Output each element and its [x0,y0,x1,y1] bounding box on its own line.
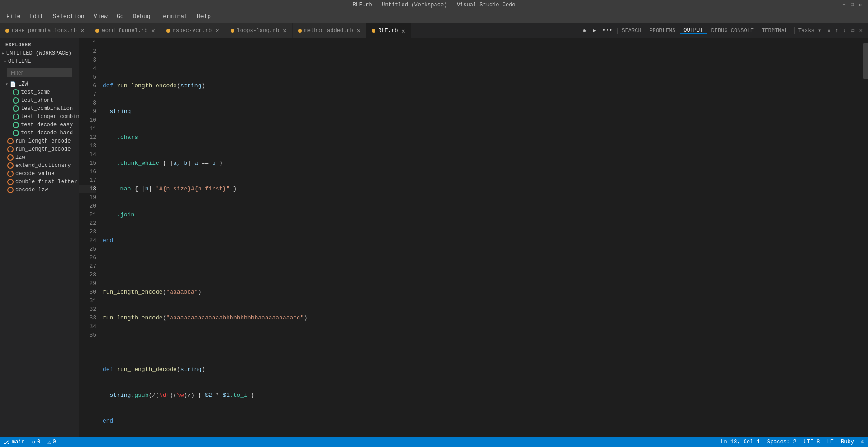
split-editor-btn[interactable]: ⊞ [580,25,589,36]
item-label: decode_value [15,171,54,177]
panel-btn4[interactable]: ⧉ [849,28,857,34]
code-line-14: string.gsub(/(\d+)(\w)/) { $2 * $1.to_i … [103,391,863,399]
sidebar-item-lzw[interactable]: lzw [0,153,79,162]
tab-close[interactable]: ✕ [151,27,155,34]
menu-file[interactable]: File [2,11,25,22]
sidebar-item-run-length-decode[interactable]: run_length_decode [0,145,79,153]
run-btn[interactable]: ▶ [590,25,599,36]
status-spaces[interactable]: Spaces: 2 [767,439,797,445]
workspace-folder[interactable]: ▸ UNTITLED (WORKSPACE) [0,49,79,57]
status-line-ending[interactable]: LF [827,439,834,445]
sidebar-item-test-decode-easy[interactable]: test_decode_easy [0,121,79,129]
code-line-9 [103,262,863,271]
tab-close[interactable]: ✕ [357,27,360,34]
code-line-3: string [103,107,863,116]
tab-close[interactable]: ✕ [283,27,286,34]
sidebar-item-double-first-letter[interactable]: double_first_letter [0,178,79,186]
sidebar-item-test-decode-hard[interactable]: test_decode_hard [0,129,79,137]
explorer-label: EXPLORER [0,38,79,49]
menu-bar: File Edit Selection View Go Debug Termin… [0,10,868,23]
menu-help[interactable]: Help [192,11,215,22]
status-right: Ln 18, Col 1 Spaces: 2 UTF-8 LF Ruby ☺ [721,439,864,445]
sidebar-item-test-same[interactable]: test_same [0,88,79,96]
folder-chevron-icon: ▸ [2,51,5,56]
filter-input[interactable] [7,68,72,77]
tree-root-lzw[interactable]: ▾ 📄 LZW [0,80,79,88]
item-label: test_same [21,89,50,95]
circle-icon [7,187,14,193]
panel-btn5[interactable]: ✕ [858,27,864,34]
status-language[interactable]: Ruby [841,439,854,445]
menu-selection[interactable]: Selection [48,11,89,22]
tab-loops-lang[interactable]: loops-lang.rb ✕ [225,23,293,38]
window-controls[interactable]: ─ □ ✕ [843,2,864,8]
panel-btn2[interactable]: ↑ [833,28,840,34]
tab-rspec-vcr[interactable]: rspec-vcr.rb ✕ [161,23,225,38]
status-branch[interactable]: ⎇ main [4,439,25,446]
tab-close[interactable]: ✕ [401,27,405,35]
item-label: test_decode_easy [21,122,73,128]
menu-go[interactable]: Go [112,11,128,22]
maximize-btn[interactable]: □ [851,2,856,8]
line-numbers: 1 2 3 4 5 6 7 8 9 10 11 12 13 14 15 16 1… [79,38,101,437]
status-feedback[interactable]: ☺ [861,439,864,445]
close-btn[interactable]: ✕ [859,2,864,8]
search-btn[interactable]: SEARCH [617,28,645,34]
status-encoding[interactable]: UTF-8 [804,439,820,445]
tab-case-permutations[interactable]: case_permutations.rb ✕ [0,23,90,38]
item-label: decode_lzw [15,187,48,193]
scrollbar[interactable] [863,38,868,437]
more-btn[interactable]: ••• [600,26,615,36]
circle-icon [7,154,14,161]
panel-btn1[interactable]: ≡ [825,28,832,34]
sidebar-item-test-combination[interactable]: test_combination [0,105,79,113]
warnings-label: 0 [52,439,56,445]
tab-label: method_added.rb [304,28,353,34]
tab-close[interactable]: ✕ [81,27,84,34]
sidebar-item-decode-lzw[interactable]: decode_lzw [0,186,79,194]
outline-folder[interactable]: ▾ OUTLINE [0,57,79,66]
terminal-btn[interactable]: TERMINAL [758,28,792,34]
circle-icon [7,146,14,152]
status-errors[interactable]: ⊘ 0 [32,439,40,446]
menu-debug[interactable]: Debug [128,11,155,22]
status-warnings[interactable]: ⚠ 0 [47,439,56,446]
code-line-8: end [103,236,863,245]
tab-close[interactable]: ✕ [215,27,219,34]
panel-btn3[interactable]: ↓ [841,28,848,34]
file-icon: 📄 [10,81,16,87]
filter-container [0,66,79,80]
menu-edit[interactable]: Edit [25,11,48,22]
tab-rle[interactable]: RLE.rb ✕ [366,23,411,38]
code-line-6: .map { |n| "#{n.size}#{n.first}" } [103,185,863,193]
status-line-col[interactable]: Ln 18, Col 1 [721,439,759,445]
tab-method-added[interactable]: method_added.rb ✕ [293,23,366,38]
output-btn[interactable]: OUTPUT [680,27,707,34]
circle-icon [13,130,19,136]
editor-area[interactable]: 1 2 3 4 5 6 7 8 9 10 11 12 13 14 15 16 1… [79,38,868,437]
code-line-10: run_length_encode("aaaabba") [103,288,863,296]
menu-terminal[interactable]: Terminal [155,11,192,22]
sidebar-item-run-length-encode[interactable]: run_length_encode [0,137,79,145]
code-line-7: .join [103,210,863,219]
code-line-1 [103,56,863,64]
tasks-dropdown[interactable]: Tasks ▾ [794,27,825,34]
minimize-btn[interactable]: ─ [843,2,848,8]
tab-word-funnel[interactable]: word_funnel.rb ✕ [90,23,161,38]
warnings-icon: ⚠ [47,439,51,446]
tab-bar: case_permutations.rb ✕ word_funnel.rb ✕ … [0,23,868,38]
sidebar-item-test-short[interactable]: test_short [0,96,79,105]
menu-view[interactable]: View [89,11,112,22]
code-editor[interactable]: def run_length_encode(string) string .ch… [101,38,863,437]
errors-icon: ⊘ [32,439,35,446]
tab-label: rspec-vcr.rb [173,28,212,34]
sidebar-item-extend-dictionary[interactable]: extend_dictionary [0,162,79,170]
problems-btn[interactable]: PROBLEMS [646,28,679,34]
sidebar: EXPLORER ▸ UNTITLED (WORKSPACE) ▾ OUTLIN… [0,38,79,437]
item-label: test_combination [21,105,73,112]
sidebar-item-decode-value[interactable]: decode_value [0,170,79,178]
sidebar-item-test-longer-combination[interactable]: test_longer_combination [0,113,79,121]
debug-console-btn[interactable]: DEBUG CONSOLE [707,28,757,34]
item-label: extend_dictionary [15,162,71,169]
tab-label: case_permutations.rb [12,28,77,34]
